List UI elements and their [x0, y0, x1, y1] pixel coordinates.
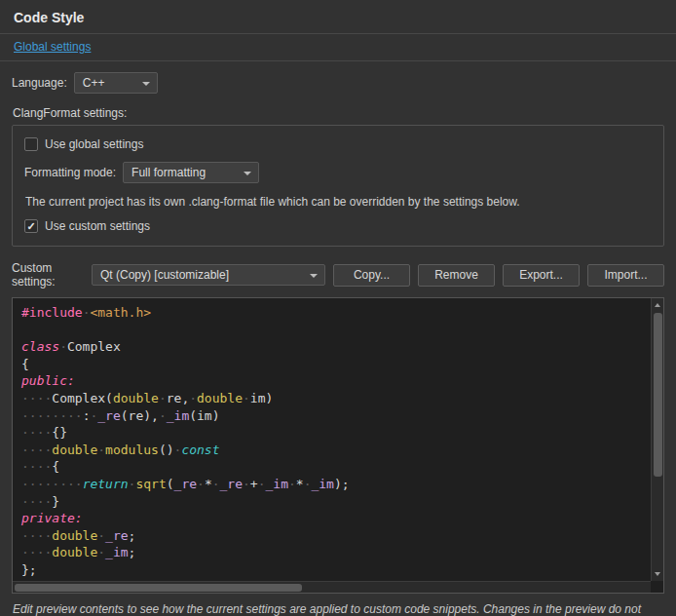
checkbox-unchecked-icon[interactable]: [24, 137, 38, 151]
code-token: ····: [21, 443, 52, 457]
scroll-up-icon[interactable]: [652, 299, 663, 311]
formatting-mode-row: Formatting mode: Full formatting: [24, 162, 652, 183]
code-token: *: [205, 477, 212, 491]
code-token: sqrt: [135, 477, 166, 491]
clangformat-section-label: ClangFormat settings:: [13, 106, 664, 120]
code-token: _im: [167, 408, 189, 423]
code-token: (re),: [121, 408, 159, 423]
code-line: public:: [21, 372, 650, 390]
code-token: );: [334, 477, 350, 491]
code-token: modulus: [105, 443, 159, 457]
code-token: return: [83, 477, 129, 491]
code-line: ········:·_re(re),·_im(im): [21, 407, 650, 425]
import-button[interactable]: Import...: [587, 264, 664, 287]
formatting-mode-label: Formatting mode:: [24, 166, 116, 179]
code-token: double: [52, 528, 97, 543]
custom-settings-row: Custom settings: Qt (Copy) [customizable…: [12, 261, 664, 289]
use-custom-settings-label: Use custom settings: [45, 219, 150, 233]
formatting-mode-combo[interactable]: Full formatting: [123, 162, 259, 183]
code-token: _re: [220, 477, 243, 491]
code-token: };: [21, 562, 37, 577]
code-token: ·: [197, 477, 205, 491]
code-token: {}: [52, 425, 67, 440]
export-button[interactable]: Export...: [503, 264, 580, 287]
code-line: private:: [21, 510, 650, 527]
copy-button[interactable]: Copy...: [333, 264, 410, 287]
language-combo[interactable]: C++: [74, 72, 158, 94]
code-token: }: [52, 494, 59, 509]
vertical-scrollbar-thumb[interactable]: [654, 313, 662, 477]
code-token: re,: [167, 391, 189, 405]
code-token: (): [159, 443, 174, 457]
code-token: ·: [258, 477, 266, 491]
code-token: _re: [97, 408, 120, 423]
code-token: ····: [21, 528, 52, 543]
code-token: double: [113, 391, 159, 405]
code-token: ·: [243, 391, 250, 405]
remove-button[interactable]: Remove: [418, 264, 495, 287]
preview-help-note: Edit preview contents to see how the cur…: [13, 601, 663, 616]
code-token: ·: [97, 443, 105, 457]
code-token: ;: [129, 545, 136, 559]
clang-format-file-note: The current project has its own .clang-f…: [25, 195, 652, 209]
code-token: _im: [311, 477, 333, 491]
code-token: double: [197, 391, 243, 405]
code-token: {: [52, 459, 59, 474]
code-token: class: [21, 339, 59, 354]
horizontal-scrollbar[interactable]: [13, 581, 651, 593]
code-token: ·: [212, 477, 220, 491]
code-token: ····: [21, 494, 52, 509]
code-token: ·: [97, 545, 105, 559]
code-token: ·: [59, 339, 67, 354]
code-line: ····{: [21, 458, 650, 476]
code-preview-editor[interactable]: #include·<math.h> class·Complex{public:·…: [12, 297, 664, 594]
code-token: *: [296, 477, 304, 491]
code-line: };: [21, 561, 650, 579]
clangformat-groupbox: Use global settings Formatting mode: Ful…: [12, 125, 664, 247]
code-token: ;: [129, 528, 136, 543]
code-token: _re: [105, 528, 128, 543]
code-token: ·: [159, 391, 167, 405]
code-token: ····: [21, 425, 52, 440]
code-content[interactable]: #include·<math.h> class·Complex{public:·…: [13, 302, 650, 580]
code-line: ····double·_im;: [21, 544, 650, 561]
page-title: Code Style: [12, 6, 664, 33]
code-token: double: [52, 545, 97, 559]
code-token: (: [167, 477, 174, 491]
custom-settings-label: Custom settings:: [12, 261, 84, 289]
code-token: _im: [266, 477, 288, 491]
code-token: const: [181, 443, 219, 457]
code-line: ····double·modulus()·const: [21, 442, 650, 459]
code-token: <math.h>: [90, 305, 151, 320]
code-token: ·: [243, 477, 250, 491]
code-line: ····Complex(double·re,·double·im): [21, 390, 650, 407]
formatting-mode-value: Full formatting: [131, 166, 206, 179]
code-token: private:: [21, 511, 83, 525]
divider: [0, 60, 676, 61]
code-token: Complex: [67, 339, 121, 354]
code-token: ········: [21, 477, 83, 491]
language-label: Language:: [12, 76, 67, 90]
scroll-down-icon[interactable]: [652, 568, 663, 580]
checkbox-checked-icon[interactable]: [24, 219, 38, 233]
use-custom-settings-checkbox[interactable]: Use custom settings: [24, 219, 652, 233]
divider: [0, 33, 676, 34]
global-settings-link[interactable]: Global settings: [12, 34, 93, 60]
code-token: #include: [21, 305, 83, 320]
code-token: ····: [21, 459, 52, 474]
code-token: im): [250, 391, 273, 405]
vertical-scrollbar[interactable]: [651, 298, 663, 581]
chevron-down-icon: [142, 82, 150, 86]
use-global-settings-checkbox[interactable]: Use global settings: [24, 137, 652, 151]
code-token: Complex(: [52, 391, 113, 405]
code-token: ·: [189, 391, 197, 405]
horizontal-scrollbar-thumb[interactable]: [15, 584, 302, 592]
code-token: ·: [159, 408, 167, 423]
code-line: class·Complex: [21, 338, 650, 356]
language-combo-value: C++: [83, 76, 105, 90]
language-row: Language: C++: [12, 72, 664, 94]
code-line: {: [21, 356, 650, 373]
chevron-down-icon: [310, 274, 318, 278]
custom-settings-combo[interactable]: Qt (Copy) [customizable]: [92, 264, 325, 286]
code-line: ····double·_re;: [21, 527, 650, 545]
